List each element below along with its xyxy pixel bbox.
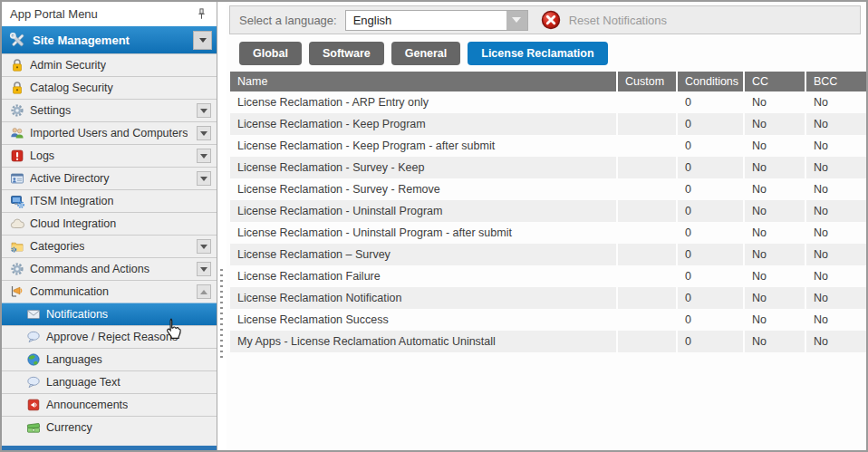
sidebar-menu: Admin Security Catalog Security Settings	[2, 53, 217, 438]
reset-notifications-button[interactable]	[541, 10, 561, 30]
tab[interactable]: License Reclamation	[468, 42, 607, 65]
sidebar-item-label: Commands and Actions	[30, 263, 149, 275]
cell-name: License Reclamation - Keep Program - aft…	[230, 135, 616, 157]
sidebar: App Portal Menu Site Management Admin Se…	[2, 2, 217, 450]
cell-custom	[616, 222, 676, 244]
table-row[interactable]: License Reclamation Failure 0 No No	[230, 265, 866, 287]
sidebar-item[interactable]: Languages	[2, 348, 217, 370]
cell-cc: No	[743, 113, 805, 135]
item-collapse-button[interactable]	[197, 103, 211, 118]
column-header[interactable]: CC	[743, 72, 805, 91]
cell-cc: No	[743, 265, 805, 287]
app-window: App Portal Menu Site Management Admin Se…	[0, 0, 868, 452]
sidebar-title: App Portal Menu	[10, 7, 98, 21]
sidebar-item[interactable]: Currency	[2, 416, 217, 438]
table-row[interactable]: License Reclamation - Uninstall Program …	[230, 222, 866, 244]
item-collapse-button[interactable]	[197, 126, 211, 140]
item-collapse-button[interactable]	[197, 149, 211, 163]
chevron-icon	[200, 109, 207, 113]
cell-bcc: No	[805, 331, 866, 352]
cell-custom	[616, 265, 676, 287]
table-row[interactable]: License Reclamation Notification 0 No No	[230, 287, 866, 309]
cell-bcc: No	[805, 222, 866, 244]
table-row[interactable]: License Reclamation - Survey - Keep 0 No…	[230, 157, 866, 178]
table-row[interactable]: License Reclamation - Keep Program - aft…	[230, 135, 866, 157]
site-management-collapse-button[interactable]	[193, 31, 212, 50]
sidebar-item[interactable]: Categories	[2, 235, 217, 257]
gear-icon	[10, 103, 24, 118]
column-header[interactable]: Conditions	[676, 72, 743, 91]
cell-conditions: 0	[676, 331, 743, 352]
cell-bcc: No	[805, 113, 866, 135]
sidebar-item-label: Communication	[30, 285, 109, 298]
language-toolbar: Select a language: English Reset Notific…	[229, 5, 861, 34]
cell-custom	[616, 178, 676, 200]
table-row[interactable]: License Reclamation - Keep Program 0 No …	[230, 113, 866, 135]
sidebar-item[interactable]: Language Text	[2, 370, 217, 393]
sidebar-item[interactable]: Admin Security	[2, 53, 217, 76]
bubble-icon	[26, 330, 41, 344]
tab[interactable]: General	[391, 42, 461, 65]
cell-name: License Reclamation - Survey - Keep	[230, 157, 616, 178]
table-row[interactable]: License Reclamation Success 0 No No	[230, 309, 866, 331]
table-row[interactable]: License Reclamation - Survey - Remove 0 …	[230, 178, 866, 200]
cell-bcc: No	[805, 244, 866, 265]
sidebar-item[interactable]: Communication	[2, 280, 217, 303]
cell-cc: No	[743, 157, 805, 178]
table-row[interactable]: License Reclamation - Uninstall Program …	[230, 200, 866, 222]
language-select[interactable]: English	[345, 10, 528, 31]
cloud-icon	[10, 216, 24, 231]
cell-conditions: 0	[676, 157, 743, 178]
item-collapse-button[interactable]	[197, 171, 211, 186]
cell-name: License Reclamation - Survey - Remove	[230, 178, 616, 200]
item-collapse-button[interactable]	[197, 239, 211, 254]
cell-name: License Reclamation - Uninstall Program	[230, 200, 616, 222]
sidebar-item-label: Categories	[30, 240, 84, 253]
cell-conditions: 0	[676, 135, 743, 157]
cell-conditions: 0	[676, 244, 743, 265]
sidebar-item[interactable]: ITSM Integration	[2, 189, 217, 212]
column-header[interactable]: Name	[230, 72, 616, 91]
item-collapse-button[interactable]	[197, 284, 211, 299]
sidebar-item-label: ITSM Integration	[30, 195, 113, 207]
sidebar-item[interactable]: Logs	[2, 144, 217, 167]
sidebar-item-label: Catalog Security	[30, 82, 113, 94]
sidebar-item[interactable]: Cloud Integration	[2, 212, 217, 235]
splitter	[217, 2, 227, 450]
cell-name: License Reclamation - ARP Entry only	[230, 91, 616, 113]
chevron-icon	[200, 154, 207, 159]
splitter-grip[interactable]	[220, 267, 223, 358]
table-row[interactable]: My Apps - License Reclamation Automatic …	[230, 331, 866, 352]
cell-bcc: No	[805, 200, 866, 222]
sidebar-item[interactable]: Active Directory	[2, 167, 217, 189]
sidebar-item[interactable]: Catalog Security	[2, 76, 217, 99]
cell-name: License Reclamation Failure	[230, 265, 616, 287]
sidebar-item[interactable]: Notifications	[2, 303, 217, 325]
sidebar-item-site-management[interactable]: Site Management	[2, 26, 217, 53]
cell-custom	[616, 157, 676, 178]
cell-conditions: 0	[676, 178, 743, 200]
sidebar-item[interactable]: Approve / Reject Reasons	[2, 325, 217, 348]
sidebar-item-label: Admin Security	[30, 59, 106, 72]
cell-name: License Reclamation - Uninstall Program …	[230, 222, 616, 244]
sidebar-item[interactable]: Imported Users and Computers	[2, 121, 217, 144]
cell-custom	[616, 135, 676, 157]
item-collapse-button[interactable]	[197, 262, 211, 276]
sidebar-item[interactable]: Settings	[2, 99, 217, 121]
lock-icon	[10, 81, 24, 95]
column-header[interactable]: Custom	[616, 72, 676, 91]
tab[interactable]: Software	[309, 42, 384, 65]
sidebar-item[interactable]: Commands and Actions	[2, 257, 217, 280]
cell-name: License Reclamation Success	[230, 309, 616, 331]
cell-bcc: No	[805, 135, 866, 157]
sidebar-item[interactable]: Announcements	[2, 393, 217, 416]
language-select-arrow-button[interactable]	[506, 11, 527, 30]
cell-cc: No	[743, 200, 805, 222]
table-row[interactable]: License Reclamation – Survey 0 No No	[230, 244, 866, 265]
lock-icon	[10, 58, 24, 72]
table-row[interactable]: License Reclamation - ARP Entry only 0 N…	[230, 91, 866, 113]
column-header[interactable]: BCC	[805, 72, 866, 91]
pin-icon[interactable]	[195, 7, 208, 21]
money-icon	[26, 420, 41, 435]
tab[interactable]: Global	[239, 42, 302, 65]
